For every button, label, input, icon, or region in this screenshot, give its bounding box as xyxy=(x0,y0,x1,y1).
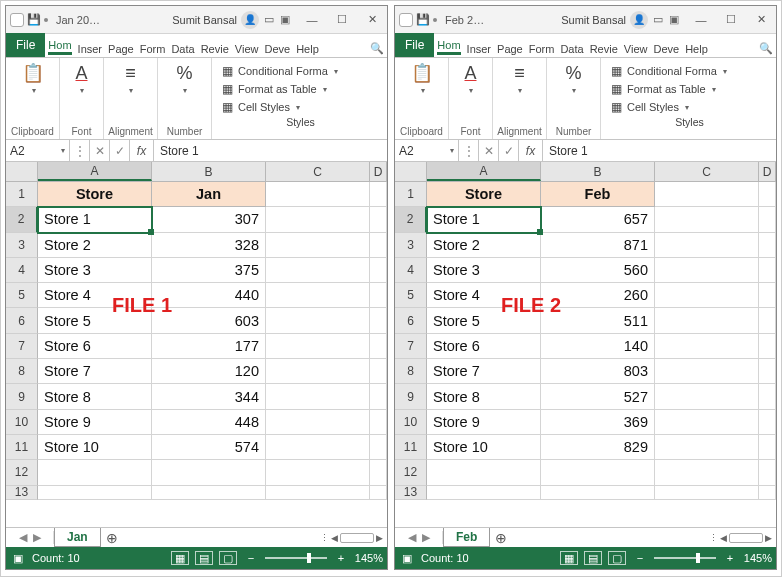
select-all-corner[interactable] xyxy=(395,162,427,181)
sheet-nav[interactable]: ◀▶ xyxy=(6,531,54,544)
cell[interactable]: Jan xyxy=(152,182,266,207)
cell[interactable]: Store 6 xyxy=(38,334,152,359)
cell[interactable] xyxy=(427,486,541,500)
row-header[interactable]: 13 xyxy=(6,486,38,500)
cell-styles-button[interactable]: ▦Cell Styles▾ xyxy=(609,98,770,116)
page-break-icon[interactable]: ▢ xyxy=(608,551,626,565)
cell[interactable] xyxy=(152,460,266,485)
avatar[interactable]: 👤 xyxy=(241,11,259,29)
cancel-fx-icon[interactable]: ⋮ xyxy=(70,140,90,161)
cell[interactable]: Store 10 xyxy=(427,435,541,460)
tab-home[interactable]: Hom xyxy=(434,33,463,57)
cell[interactable] xyxy=(759,182,776,207)
cell[interactable]: 560 xyxy=(541,258,655,283)
font-icon[interactable]: A xyxy=(464,64,476,84)
zoom-slider[interactable] xyxy=(654,557,716,559)
zoom-out-button[interactable]: − xyxy=(243,551,259,565)
cell[interactable]: 260 xyxy=(541,283,655,308)
cell[interactable]: Store 2 xyxy=(427,233,541,258)
conditional-formatting-button[interactable]: ▦Conditional Forma▾ xyxy=(220,62,381,80)
row-header[interactable]: 5 xyxy=(6,283,38,308)
cell[interactable]: 871 xyxy=(541,233,655,258)
cell[interactable] xyxy=(370,283,387,308)
cell[interactable]: Store 10 xyxy=(38,435,152,460)
tab-page[interactable]: Page xyxy=(494,33,526,57)
cell[interactable]: Store 9 xyxy=(427,410,541,435)
tab-home[interactable]: Hom xyxy=(45,33,74,57)
cell[interactable] xyxy=(370,308,387,333)
cell[interactable]: Store 4 xyxy=(38,283,152,308)
cell[interactable]: 448 xyxy=(152,410,266,435)
cell[interactable] xyxy=(541,486,655,500)
cell[interactable]: Store 2 xyxy=(38,233,152,258)
row-header[interactable]: 8 xyxy=(395,359,427,384)
normal-view-icon[interactable]: ▦ xyxy=(560,551,578,565)
sheet-tab-active[interactable]: Jan xyxy=(54,528,101,547)
cell[interactable] xyxy=(38,460,152,485)
name-box[interactable]: A2▾ xyxy=(395,140,459,161)
tab-developer[interactable]: Deve xyxy=(650,33,682,57)
cell[interactable]: Store 4 xyxy=(427,283,541,308)
align-icon[interactable]: ≡ xyxy=(125,64,136,84)
row-header[interactable]: 4 xyxy=(6,258,38,283)
cell[interactable] xyxy=(266,207,370,232)
search-icon[interactable]: 🔍 xyxy=(756,33,776,57)
cell[interactable]: Feb xyxy=(541,182,655,207)
cell[interactable] xyxy=(266,258,370,283)
cell[interactable] xyxy=(759,233,776,258)
cell[interactable] xyxy=(370,233,387,258)
cell[interactable] xyxy=(266,384,370,409)
row-header[interactable]: 4 xyxy=(395,258,427,283)
avatar[interactable]: 👤 xyxy=(630,11,648,29)
col-header-b[interactable]: B xyxy=(152,162,266,181)
page-layout-icon[interactable]: ▤ xyxy=(584,551,602,565)
cell[interactable] xyxy=(266,435,370,460)
cell[interactable] xyxy=(655,410,759,435)
cell[interactable]: Store 3 xyxy=(38,258,152,283)
close-button[interactable]: ✕ xyxy=(357,6,387,34)
cell[interactable] xyxy=(655,384,759,409)
cell[interactable] xyxy=(266,486,370,500)
conditional-formatting-button[interactable]: ▦Conditional Forma▾ xyxy=(609,62,770,80)
check-fx-icon[interactable]: ✓ xyxy=(110,140,130,161)
page-layout-icon[interactable]: ▤ xyxy=(195,551,213,565)
sheet-tab-active[interactable]: Feb xyxy=(443,528,490,547)
cell[interactable] xyxy=(759,308,776,333)
cell[interactable] xyxy=(370,258,387,283)
tab-data[interactable]: Data xyxy=(168,33,197,57)
tab-help[interactable]: Help xyxy=(682,33,711,57)
normal-view-icon[interactable]: ▦ xyxy=(171,551,189,565)
cell[interactable]: Store xyxy=(427,182,541,207)
row-header[interactable]: 6 xyxy=(6,308,38,333)
cell[interactable]: Store 7 xyxy=(38,359,152,384)
cell-grid[interactable]: 1 Store Feb 2 Store 1 657 3 Store 2 871 … xyxy=(395,182,776,527)
tab-insert[interactable]: Inser xyxy=(75,33,105,57)
chevron-right-icon[interactable]: ▶ xyxy=(33,531,41,544)
cell[interactable] xyxy=(541,460,655,485)
ribbon-display-icon[interactable]: ▭ xyxy=(652,14,664,26)
format-as-table-button[interactable]: ▦Format as Table▾ xyxy=(220,80,381,98)
cell[interactable]: 657 xyxy=(541,207,655,232)
number-icon[interactable]: % xyxy=(565,64,581,84)
add-sheet-button[interactable]: ⊕ xyxy=(490,527,512,549)
cell[interactable]: Store 6 xyxy=(427,334,541,359)
cell[interactable]: Store 8 xyxy=(427,384,541,409)
row-header[interactable]: 10 xyxy=(395,410,427,435)
row-header[interactable]: 12 xyxy=(6,460,38,485)
col-header-d[interactable]: D xyxy=(759,162,776,181)
col-header-a[interactable]: A xyxy=(38,162,152,181)
cell[interactable]: 328 xyxy=(152,233,266,258)
zoom-slider[interactable] xyxy=(265,557,327,559)
row-header[interactable]: 13 xyxy=(395,486,427,500)
cell[interactable] xyxy=(759,207,776,232)
cell[interactable] xyxy=(655,486,759,500)
cell[interactable] xyxy=(266,283,370,308)
cell[interactable]: Store 9 xyxy=(38,410,152,435)
chevron-left-icon[interactable]: ◀ xyxy=(408,531,416,544)
check-fx-icon[interactable]: ✓ xyxy=(499,140,519,161)
select-all-corner[interactable] xyxy=(6,162,38,181)
cell[interactable] xyxy=(266,182,370,207)
cell[interactable]: 527 xyxy=(541,384,655,409)
cell[interactable] xyxy=(427,460,541,485)
row-header[interactable]: 2 xyxy=(6,207,38,232)
